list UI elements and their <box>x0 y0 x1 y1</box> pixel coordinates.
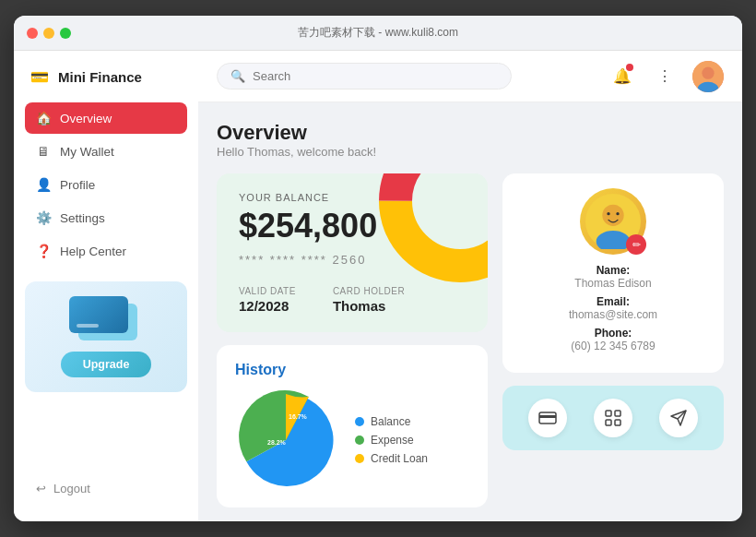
valid-date-label: VALID DATE <box>239 286 296 296</box>
right-column: ✏ Name: Thomas Edison Email: thomas@site… <box>502 173 724 507</box>
overview-icon: 🏠 <box>36 111 51 125</box>
notification-button[interactable]: 🔔 <box>608 62 637 91</box>
minimize-dot[interactable] <box>43 28 54 39</box>
page-header: Overview Hello Thomas, welcome back! <box>217 121 724 159</box>
window-controls <box>27 28 71 39</box>
phone-value: (60) 12 345 6789 <box>517 340 709 352</box>
titlebar: 苦力吧素材下载 - www.kuli8.com <box>14 16 742 51</box>
sidebar-item-wallet[interactable]: 🖥 My Wallet <box>25 136 187 167</box>
wallet-label: My Wallet <box>60 145 114 159</box>
send-action-button[interactable] <box>659 399 698 437</box>
upgrade-button[interactable]: Upgrade <box>61 352 152 377</box>
logout-label: Logout <box>53 482 90 495</box>
balance-dot <box>355 417 364 426</box>
svg-point-11 <box>616 212 619 215</box>
topbar-right: 🔔 ⋮ <box>608 61 724 92</box>
history-card: History <box>217 345 488 507</box>
legend-item-balance: Balance <box>355 415 428 428</box>
svg-rect-13 <box>539 415 556 418</box>
balance-card: YOUR BALANCE $254,800 **** **** **** 256… <box>217 173 488 332</box>
topbar: 🔍 🔔 ⋮ <box>198 51 742 102</box>
profile-info: Name: Thomas Edison Email: thomas@site.c… <box>517 264 709 358</box>
logout-icon: ↩ <box>36 482 46 495</box>
notification-badge <box>626 64 633 71</box>
svg-point-10 <box>607 212 609 215</box>
legend-item-expense: Expense <box>355 434 428 447</box>
svg-rect-14 <box>606 411 611 416</box>
main-area: 🔍 🔔 ⋮ <box>198 51 742 521</box>
svg-text:28.2%: 28.2% <box>267 439 287 446</box>
svg-rect-17 <box>615 420 620 425</box>
settings-icon: ⚙️ <box>36 210 51 225</box>
close-dot[interactable] <box>27 28 38 39</box>
welcome-message: Hello Thomas, welcome back! <box>217 145 724 159</box>
svg-rect-15 <box>615 411 620 416</box>
wallet-icon: 🖥 <box>36 144 51 159</box>
search-box[interactable]: 🔍 <box>217 63 512 90</box>
sidebar-logo: 💳 Mini Finance <box>14 66 198 102</box>
overview-label: Overview <box>60 112 112 125</box>
donut-decoration <box>359 173 488 303</box>
card-visual <box>69 296 143 342</box>
sidebar-item-help[interactable]: ❓ Help Center <box>25 235 187 267</box>
left-column: YOUR BALANCE $254,800 **** **** **** 256… <box>217 173 488 507</box>
scan-action-button[interactable] <box>594 399 632 437</box>
app-window: 苦力吧素材下载 - www.kuli8.com 💳 Mini Finance 🏠… <box>14 16 742 521</box>
more-options-button[interactable]: ⋮ <box>650 62 679 91</box>
name-label: Name: <box>517 264 709 277</box>
app-name: Mini Finance <box>58 69 142 85</box>
legend-item-credit: Credit Loan <box>355 452 428 465</box>
profile-phone-row: Phone: (60) 12 345 6789 <box>517 327 709 352</box>
search-input[interactable] <box>253 69 498 83</box>
svg-point-1 <box>702 66 714 78</box>
profile-label: Profile <box>60 178 95 192</box>
pie-chart: 28.2% 16.7% <box>235 389 337 491</box>
valid-date-group: VALID DATE 12/2028 <box>239 281 296 314</box>
profile-card: ✏ Name: Thomas Edison Email: thomas@site… <box>502 173 724 373</box>
profile-avatar-wrap: ✏ <box>580 188 646 255</box>
valid-date-value: 12/2028 <box>239 298 296 314</box>
profile-name-row: Name: Thomas Edison <box>517 264 709 290</box>
sidebar-item-settings[interactable]: ⚙️ Settings <box>25 202 187 233</box>
help-icon: ❓ <box>36 244 51 258</box>
titlebar-title: 苦力吧素材下载 - www.kuli8.com <box>298 25 458 41</box>
profile-email-row: Email: thomas@site.com <box>517 295 709 321</box>
expense-dot <box>355 436 364 445</box>
profile-icon: 👤 <box>36 177 51 192</box>
app-body: 💳 Mini Finance 🏠 Overview 🖥 My Wallet 👤 … <box>14 51 742 521</box>
phone-label: Phone: <box>517 327 709 340</box>
expense-legend-label: Expense <box>371 434 414 447</box>
actions-card <box>502 386 724 450</box>
balance-legend-label: Balance <box>371 415 410 428</box>
sidebar: 💳 Mini Finance 🏠 Overview 🖥 My Wallet 👤 … <box>14 51 198 521</box>
pie-legend: Balance Expense Credit Loan <box>355 415 428 465</box>
credit-legend-label: Credit Loan <box>371 452 428 465</box>
nav-items: 🏠 Overview 🖥 My Wallet 👤 Profile ⚙️ Sett… <box>14 102 198 267</box>
history-title: History <box>235 362 469 378</box>
edit-profile-button[interactable]: ✏ <box>626 234 646 255</box>
logo-icon: 💳 <box>29 66 51 88</box>
content-grid: YOUR BALANCE $254,800 **** **** **** 256… <box>217 173 724 507</box>
user-avatar[interactable] <box>692 61 724 92</box>
maximize-dot[interactable] <box>60 28 71 39</box>
email-label: Email: <box>517 295 709 308</box>
sidebar-item-profile[interactable]: 👤 Profile <box>25 169 187 200</box>
credit-dot <box>355 454 364 463</box>
content-area: Overview Hello Thomas, welcome back! <box>198 102 742 521</box>
settings-label: Settings <box>60 211 105 225</box>
card-action-button[interactable] <box>528 399 567 437</box>
upgrade-card: Upgrade <box>25 281 187 392</box>
svg-rect-16 <box>606 420 611 425</box>
name-value: Thomas Edison <box>517 277 709 290</box>
email-value: thomas@site.com <box>517 308 709 321</box>
search-icon: 🔍 <box>230 69 245 83</box>
svg-point-8 <box>602 205 623 226</box>
sidebar-item-overview[interactable]: 🏠 Overview <box>25 102 187 134</box>
svg-text:16.7%: 16.7% <box>289 413 308 420</box>
help-label: Help Center <box>60 245 126 258</box>
page-title: Overview <box>217 121 724 145</box>
card-front <box>69 296 128 333</box>
logout-button[interactable]: ↩ Logout <box>14 471 198 507</box>
history-content: 28.2% 16.7% Balance <box>235 389 469 491</box>
